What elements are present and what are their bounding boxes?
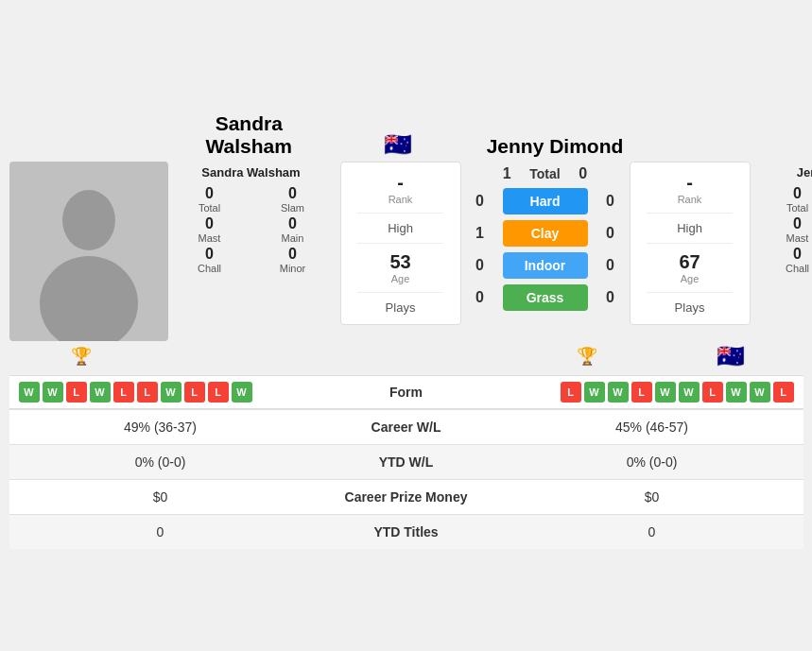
form-pill-left: W	[19, 382, 40, 403]
court-matchup: 1 Total 0 0 Hard 0 1 Clay 0 0 Indoor 0	[471, 162, 620, 315]
player-right-name-below: Jenny Dimond	[797, 165, 812, 180]
right-stat-chall: 0 Chall	[760, 246, 813, 274]
form-pill-right: W	[750, 382, 770, 403]
form-pill-right: L	[702, 382, 723, 403]
stats-label: Career Prize Money	[302, 489, 510, 505]
form-pill-left: L	[66, 382, 87, 403]
left-stat-minor: 0 Minor	[255, 246, 331, 274]
stats-row: 0% (0-0) YTD W/L 0% (0-0)	[9, 444, 803, 479]
form-row: WWLWLLWLLW Form LWWLWWLWWL	[9, 375, 803, 409]
right-stat-mast: 0 Mast	[760, 215, 813, 244]
extras-row: 🏆 🏆 🇦🇺	[9, 341, 803, 375]
form-label: Form	[306, 385, 507, 400]
names-row: Sandra Walsham 🇦🇺 Jenny Dimond	[9, 103, 803, 162]
left-stat-main: 0 Main	[255, 215, 331, 244]
right-flag-row: 🇦🇺	[659, 343, 803, 369]
form-pill-left: L	[184, 382, 205, 403]
left-plays-block: Plays	[347, 300, 455, 315]
left-stats-grid: 0 Total 0 Slam 0 Mast 0 Main 0	[172, 185, 331, 274]
stats-row: $0 Career Prize Money $0	[9, 479, 803, 514]
form-pill-left: W	[90, 382, 111, 403]
stats-label: Career W/L	[302, 420, 510, 435]
right-stats-grid: 0 Total 0 Slam 0 Mast 0 Main 0 Chall	[760, 185, 813, 274]
right-trophy-area: 🏆	[515, 346, 659, 367]
player-left-stats: Sandra Walsham 0 Total 0 Slam 0 Mast 0 M…	[172, 162, 331, 274]
form-pill-left: L	[208, 382, 229, 403]
stats-left-val: 0	[19, 524, 302, 540]
total-row: 1 Total 0	[497, 165, 592, 182]
photos-stats-row: Sandra Walsham 0 Total 0 Slam 0 Mast 0 M…	[9, 162, 803, 341]
stats-left-val: 0% (0-0)	[19, 454, 302, 470]
left-stat-mast: 0 Mast	[172, 215, 248, 244]
right-center-card: - Rank High 67 Age Plays	[630, 162, 751, 325]
stats-right-val: 45% (46-57)	[510, 420, 794, 435]
stats-right-val: 0% (0-0)	[510, 454, 794, 470]
hard-badge: Hard	[503, 188, 588, 214]
hard-row: 0 Hard 0	[471, 188, 620, 214]
svg-point-1	[40, 256, 138, 341]
flag-right: 🇦🇺	[717, 343, 745, 369]
indoor-row: 0 Indoor 0	[471, 252, 620, 279]
indoor-badge: Indoor	[503, 252, 588, 279]
form-pill-right: L	[773, 382, 794, 403]
right-age-block: 67 Age	[636, 251, 744, 284]
stats-rows-container: 49% (36-37) Career W/L 45% (46-57) 0% (0…	[9, 409, 803, 549]
right-plays-block: Plays	[636, 300, 744, 315]
form-pill-right: W	[679, 382, 700, 403]
left-stat-chall: 0 Chall	[172, 246, 248, 274]
form-pill-right: L	[561, 382, 581, 403]
form-pill-right: W	[608, 382, 629, 403]
player-left-photo	[9, 162, 168, 341]
form-pill-right: L	[631, 382, 652, 403]
form-pills-left: WWLWLLWLLW	[19, 382, 302, 403]
form-pill-left: W	[161, 382, 181, 403]
right-high-block: High	[636, 221, 744, 235]
form-pill-left: W	[232, 382, 252, 403]
stats-row: 0 YTD Titles 0	[9, 514, 803, 549]
grass-badge: Grass	[503, 284, 588, 311]
stats-right-val: 0	[510, 524, 794, 540]
clay-row: 1 Clay 0	[471, 220, 620, 247]
left-high-block: High	[347, 221, 455, 235]
form-pill-right: W	[726, 382, 747, 403]
stats-row: 49% (36-37) Career W/L 45% (46-57)	[9, 409, 803, 444]
clay-badge: Clay	[503, 220, 588, 247]
trophy-icon-right: 🏆	[577, 346, 597, 367]
player-right-stats: Jenny Dimond 0 Total 0 Slam 0 Mast 0 Mai…	[760, 162, 813, 274]
flag-left: 🇦🇺	[384, 131, 412, 158]
left-age-block: 53 Age	[347, 251, 455, 284]
left-stat-slam: 0 Slam	[255, 185, 331, 214]
stats-label: YTD W/L	[302, 454, 510, 470]
player-right-name: Jenny Dimond	[473, 135, 638, 158]
svg-point-0	[62, 190, 115, 250]
left-trophy-area: 🏆	[9, 346, 153, 367]
right-stat-total: 0 Total	[760, 185, 813, 214]
form-pill-left: L	[137, 382, 158, 403]
left-center-card: - Rank High 53 Age Plays	[340, 162, 461, 325]
right-rank-block: - Rank	[636, 172, 744, 205]
form-pill-left: L	[113, 382, 134, 403]
player-left-name: Sandra Walsham	[175, 112, 324, 158]
left-stat-total: 0 Total	[172, 185, 248, 214]
trophy-icon-left: 🏆	[71, 346, 92, 367]
main-container: Sandra Walsham 🇦🇺 Jenny Dimond Sandra Wa…	[9, 103, 803, 549]
player-left-name-below: Sandra Walsham	[201, 165, 300, 180]
stats-right-val: $0	[510, 489, 794, 505]
stats-left-val: 49% (36-37)	[19, 420, 302, 435]
form-pills-right: LWWLWWLWWL	[510, 382, 794, 403]
left-rank-block: - Rank	[347, 172, 455, 205]
form-pill-right: W	[584, 382, 605, 403]
grass-row: 0 Grass 0	[471, 284, 620, 311]
form-pill-left: W	[43, 382, 63, 403]
stats-left-val: $0	[19, 489, 302, 505]
form-pill-right: W	[655, 382, 676, 403]
stats-label: YTD Titles	[302, 524, 510, 540]
